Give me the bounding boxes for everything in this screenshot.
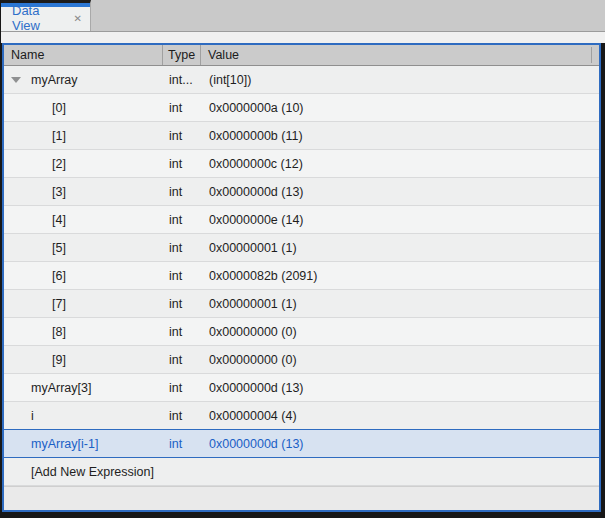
cell-name: myArray[i-1] (4, 437, 163, 451)
table-header: Name Type Value (4, 45, 599, 66)
table-row[interactable]: [9]int0x00000000 (0) (4, 346, 599, 374)
column-header-name[interactable]: Name (4, 45, 162, 65)
row-value-label: 0x0000000d (13) (201, 437, 599, 451)
row-name-label: [2] (4, 157, 66, 171)
row-type-label: int (163, 297, 201, 311)
row-type-label: int (163, 381, 201, 395)
cell-name: [4] (4, 213, 163, 227)
cell-name: [0] (4, 101, 163, 115)
cell-name: [8] (4, 325, 163, 339)
row-name-label: [8] (4, 325, 66, 339)
row-name-label: [1] (4, 129, 66, 143)
cell-name: myArray (4, 73, 163, 87)
row-type-label: int (163, 269, 201, 283)
tab-data-view[interactable]: Data View ✕ (1, 0, 91, 31)
cell-name: [Add New Expression] (4, 465, 163, 479)
row-value-label: 0x00000000 (0) (201, 353, 599, 367)
row-type-label: int (163, 437, 201, 451)
row-name-label: [Add New Expression] (4, 465, 154, 479)
row-value-label: 0x00000004 (4) (201, 409, 599, 423)
cell-name: [5] (4, 241, 163, 255)
row-type-label: int (163, 353, 201, 367)
column-header-type[interactable]: Type (162, 45, 200, 65)
column-header-value[interactable]: Value (200, 45, 599, 65)
table-row[interactable]: [2]int0x0000000c (12) (4, 150, 599, 178)
cell-name: [2] (4, 157, 163, 171)
cell-name: [7] (4, 297, 163, 311)
row-name-label: [4] (4, 213, 66, 227)
row-value-label: 0x0000000e (14) (201, 213, 599, 227)
cell-name: [9] (4, 353, 163, 367)
row-value-label: 0x00000001 (1) (201, 297, 599, 311)
screen-background: Data View ✕ Name Type Value myArrayint..… (0, 0, 605, 518)
tab-strip: Data View ✕ (1, 0, 605, 31)
row-type-label: int (163, 157, 201, 171)
row-value-label: 0x0000000c (12) (201, 157, 599, 171)
table-row[interactable]: [7]int0x00000001 (1) (4, 290, 599, 318)
row-name-label: myArray[i-1] (4, 437, 98, 451)
row-name-label: i (4, 409, 34, 423)
row-value-label: 0x00000000 (0) (201, 325, 599, 339)
cell-name: [1] (4, 129, 163, 143)
table-row[interactable]: [3]int0x0000000d (13) (4, 178, 599, 206)
table-row[interactable]: [4]int0x0000000e (14) (4, 206, 599, 234)
row-type-label: int... (163, 73, 201, 87)
table-row[interactable]: myArray[i-1]int0x0000000d (13) (4, 429, 599, 458)
table-row[interactable]: [0]int0x0000000a (10) (4, 94, 599, 122)
row-type-label: int (163, 409, 201, 423)
row-value-label: 0x0000000a (10) (201, 101, 599, 115)
row-name-label: [0] (4, 101, 66, 115)
table-row[interactable]: iint0x00000004 (4) (4, 402, 599, 430)
cell-name: [3] (4, 185, 163, 199)
row-type-label: int (163, 241, 201, 255)
row-name-label: [9] (4, 353, 66, 367)
row-name-label: myArray[3] (4, 381, 91, 395)
table-row[interactable]: [6]int0x0000082b (2091) (4, 262, 599, 290)
table-row[interactable]: myArrayint...(int[10]) (4, 66, 599, 94)
row-type-label: int (163, 185, 201, 199)
add-new-expression-row[interactable]: [Add New Expression] (4, 458, 599, 486)
cell-name: [6] (4, 269, 163, 283)
table-body: myArrayint...(int[10])[0]int0x0000000a (… (4, 66, 599, 486)
table-row[interactable]: [5]int0x00000001 (1) (4, 234, 599, 262)
tab-title: Data View (12, 3, 66, 33)
toolbar-strip (1, 31, 605, 43)
data-view-panel: Name Type Value myArrayint...(int[10])[0… (2, 43, 601, 512)
table-row[interactable]: [1]int0x0000000b (11) (4, 122, 599, 150)
row-type-label: int (163, 213, 201, 227)
cell-name: myArray[3] (4, 381, 163, 395)
row-value-label: 0x0000000d (13) (201, 185, 599, 199)
row-name-label: [7] (4, 297, 66, 311)
right-edge (601, 43, 605, 518)
table-row[interactable]: [8]int0x00000000 (0) (4, 318, 599, 346)
row-value-label: (int[10]) (201, 73, 599, 87)
cell-name: i (4, 409, 163, 423)
row-type-label: int (163, 129, 201, 143)
table-row[interactable]: myArray[3]int0x0000000d (13) (4, 374, 599, 402)
row-type-label: int (163, 325, 201, 339)
row-value-label: 0x00000001 (1) (201, 241, 599, 255)
row-type-label: int (163, 101, 201, 115)
row-value-label: 0x0000000b (11) (201, 129, 599, 143)
close-icon[interactable]: ✕ (74, 13, 82, 24)
expander-chevron-down-icon[interactable] (11, 77, 21, 83)
row-name-label: [5] (4, 241, 66, 255)
table-empty-area (4, 486, 599, 510)
row-name-label: [3] (4, 185, 66, 199)
bottom-edge (0, 512, 605, 518)
row-value-label: 0x0000082b (2091) (201, 269, 599, 283)
row-value-label: 0x0000000d (13) (201, 381, 599, 395)
row-name-label: [6] (4, 269, 66, 283)
